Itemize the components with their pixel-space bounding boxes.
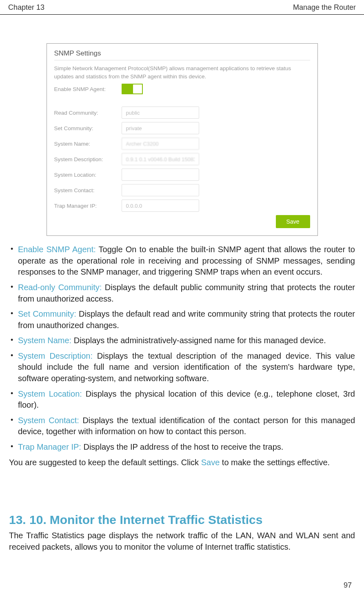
- list-item: System Contact: Displays the textual ide…: [9, 415, 355, 437]
- list-item: Read-only Community: Displays the defaul…: [9, 282, 355, 304]
- definition-list: Enable SNMP Agent: Toggle On to enable t…: [9, 244, 355, 453]
- set-community-label: Set Community:: [54, 125, 122, 131]
- set-community-input[interactable]: [122, 122, 199, 134]
- closing-post: to make the settings effective.: [220, 458, 330, 467]
- list-item: System Description: Displays the textual…: [9, 351, 355, 384]
- enable-snmp-label: Enable SNMP Agent:: [54, 86, 122, 92]
- list-item: System Name: Displays the administrative…: [9, 335, 355, 346]
- term: System Contact:: [18, 416, 79, 425]
- closing-paragraph: You are suggested to keep the default se…: [9, 457, 355, 468]
- set-community-row: Set Community:: [54, 122, 310, 134]
- list-item: System Location: Displays the physical l…: [9, 388, 355, 411]
- read-community-row: Read Community:: [54, 107, 310, 119]
- term: Trap Manager IP:: [18, 442, 81, 451]
- read-community-input[interactable]: [122, 107, 199, 119]
- list-item: Set Community: Displays the default read…: [9, 309, 355, 331]
- page-content: SNMP Settings Simple Network Management …: [0, 15, 364, 569]
- section-paragraph: The Traffic Statistics page displays the…: [9, 530, 355, 553]
- header-title: Manage the Router: [293, 3, 356, 12]
- system-location-row: System Location:: [54, 169, 310, 181]
- snmp-settings-panel: SNMP Settings Simple Network Management …: [47, 43, 318, 236]
- enable-snmp-toggle[interactable]: [122, 84, 143, 94]
- system-description-input[interactable]: [122, 153, 199, 165]
- section-title: Monitor the Internet Traffic Statistics: [50, 513, 263, 526]
- list-item: Enable SNMP Agent: Toggle On to enable t…: [9, 244, 355, 278]
- system-contact-input[interactable]: [122, 184, 199, 196]
- term-text: Displays the IP address of the host to r…: [81, 442, 283, 451]
- trap-manager-ip-row: Trap Manager IP:: [54, 200, 310, 212]
- save-row: Save: [54, 215, 310, 228]
- system-name-label: System Name:: [54, 141, 122, 147]
- panel-title: SNMP Settings: [54, 49, 310, 58]
- system-contact-row: System Contact:: [54, 184, 310, 196]
- page-number: 97: [344, 581, 352, 589]
- read-community-label: Read Community:: [54, 110, 122, 116]
- save-button[interactable]: Save: [276, 215, 310, 228]
- system-location-input[interactable]: [122, 169, 199, 181]
- system-description-label: System Description:: [54, 156, 122, 162]
- enable-snmp-row: Enable SNMP Agent:: [54, 83, 310, 95]
- chapter-label: Chapter 13: [8, 3, 44, 12]
- term: System Name:: [18, 336, 71, 345]
- system-description-row: System Description:: [54, 153, 310, 165]
- term: Set Community:: [18, 309, 76, 318]
- list-item: Trap Manager IP: Displays the IP address…: [9, 442, 355, 453]
- closing-highlight: Save: [201, 458, 220, 467]
- panel-divider: [54, 60, 310, 60]
- trap-manager-ip-input[interactable]: [122, 200, 199, 212]
- system-name-row: System Name:: [54, 138, 310, 150]
- system-location-label: System Location:: [54, 172, 122, 178]
- term-text: Displays the administratively-assigned n…: [71, 336, 326, 345]
- system-name-input[interactable]: [122, 138, 199, 150]
- section-number: 13. 10.: [9, 513, 47, 526]
- page-footer: 97: [0, 569, 364, 590]
- panel-description: Simple Network Management Protocol(SNMP)…: [54, 64, 310, 80]
- term: Enable SNMP Agent:: [18, 245, 96, 254]
- term: System Description:: [18, 351, 93, 360]
- term: System Location:: [18, 389, 82, 398]
- term: Read-only Community:: [18, 283, 102, 292]
- section-heading: 13. 10.Monitor the Internet Traffic Stat…: [9, 513, 355, 527]
- system-contact-label: System Contact:: [54, 187, 122, 193]
- trap-manager-ip-label: Trap Manager IP:: [54, 203, 122, 209]
- page-header: Chapter 13 Manage the Router: [0, 0, 364, 15]
- closing-pre: You are suggested to keep the default se…: [9, 458, 201, 467]
